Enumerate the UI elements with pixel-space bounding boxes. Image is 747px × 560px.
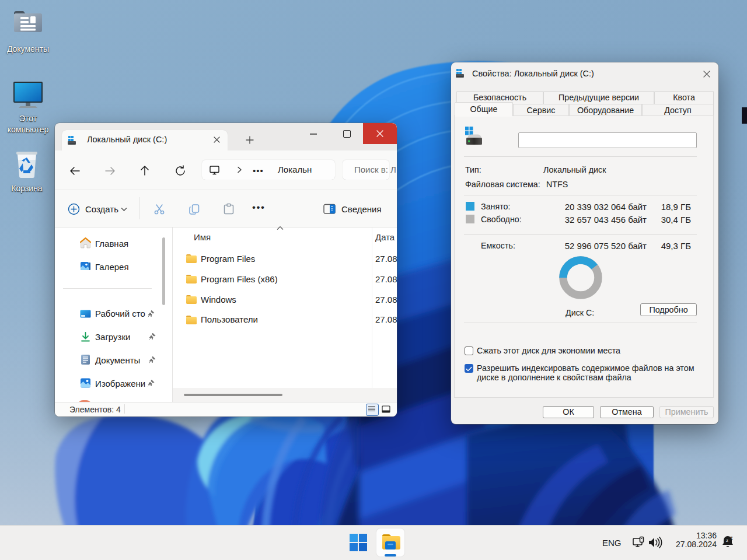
svg-text:z: z (726, 538, 728, 543)
svg-text:z: z (730, 535, 733, 541)
